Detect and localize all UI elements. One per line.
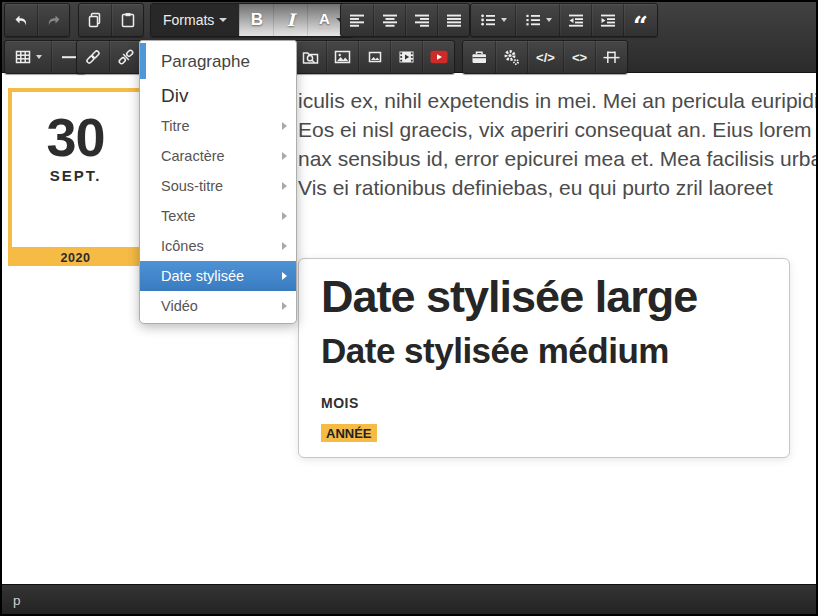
menu-item-label: Vidéo xyxy=(161,298,198,314)
submenu-arrow-icon xyxy=(282,272,287,280)
insert-video-button[interactable] xyxy=(390,41,422,73)
formats-dropdown-button[interactable]: Formats xyxy=(151,4,239,36)
editor-statusbar: p xyxy=(0,584,818,616)
paragraph-line: nax sensibus id, error epicurei mea et. … xyxy=(298,144,818,173)
table-icon xyxy=(14,48,32,66)
menu-item-div[interactable]: Div xyxy=(140,80,296,111)
insert-image-button[interactable] xyxy=(326,41,358,73)
submenu-item-date-medium[interactable]: Date stylisée médium xyxy=(321,331,789,371)
menu-item-label: Icônes xyxy=(161,238,204,254)
inline-style-segment: B I A xyxy=(239,4,353,36)
inline-code-button[interactable]: <> xyxy=(563,41,595,73)
formats-menu: Paragraphe Div Titre Caractère Sous-titr… xyxy=(139,40,297,324)
insert-responsive-image-button[interactable] xyxy=(358,41,390,73)
menu-item-label: Div xyxy=(161,85,188,107)
undo-button[interactable] xyxy=(5,4,37,36)
date-stylisee-submenu: Date stylisée large Date stylisée médium… xyxy=(298,258,790,458)
menu-item-titre[interactable]: Titre xyxy=(140,111,296,141)
source-code-icon: </> xyxy=(536,50,555,65)
insert-link-button[interactable] xyxy=(77,41,109,73)
align-left-button[interactable] xyxy=(341,4,373,36)
remove-link-button[interactable] xyxy=(109,41,141,73)
indent-button[interactable] xyxy=(591,4,623,36)
submenu-item-annee[interactable]: ANNÉE xyxy=(321,424,377,442)
unlink-icon xyxy=(117,48,135,66)
submenu-arrow-icon xyxy=(282,152,287,160)
element-path[interactable]: p xyxy=(13,593,21,608)
menu-item-texte[interactable]: Texte xyxy=(140,201,296,231)
italic-button[interactable]: I xyxy=(273,4,307,36)
body-paragraph[interactable]: iculis ex, nihil expetendis in mei. Mei … xyxy=(298,86,818,202)
submenu-item-date-large[interactable]: Date stylisée large xyxy=(321,273,789,322)
align-justify-button[interactable] xyxy=(437,4,469,36)
bold-icon: B xyxy=(251,10,263,30)
table-button[interactable] xyxy=(5,41,51,73)
image-icon xyxy=(333,48,352,66)
align-center-button[interactable] xyxy=(373,4,405,36)
numbered-list-button[interactable] xyxy=(515,4,559,36)
menu-item-sous-titre[interactable]: Sous-titre xyxy=(140,171,296,201)
bullet-list-icon xyxy=(479,11,497,29)
alignment-group xyxy=(340,3,470,37)
submenu-arrow-icon xyxy=(282,302,287,310)
date-year: 2020 xyxy=(8,251,143,266)
gear-icon xyxy=(502,48,521,67)
menu-item-paragraphe[interactable]: Paragraphe xyxy=(140,44,296,80)
list-group: “ xyxy=(470,3,658,37)
paragraph-line: Vis ei rationibus definiebas, eu qui pur… xyxy=(298,173,818,202)
page-break-icon xyxy=(602,48,621,66)
youtube-icon xyxy=(429,48,449,66)
menu-item-label: Sous-titre xyxy=(161,178,223,194)
align-right-button[interactable] xyxy=(405,4,437,36)
menu-item-label: Caractère xyxy=(161,148,225,164)
chevron-down-icon xyxy=(546,18,552,22)
source-code-button[interactable]: </> xyxy=(527,41,563,73)
toolbox-button[interactable] xyxy=(463,41,495,73)
blockquote-icon: “ xyxy=(633,9,648,31)
menu-item-video[interactable]: Vidéo xyxy=(140,291,296,321)
redo-button[interactable] xyxy=(37,4,69,36)
menu-item-caractere[interactable]: Caractère xyxy=(140,141,296,171)
submenu-item-mois[interactable]: MOIS xyxy=(321,395,789,411)
numbered-list-icon xyxy=(524,11,542,29)
link-group xyxy=(76,40,142,74)
format-group: Formats B I A xyxy=(150,3,354,37)
paste-button[interactable] xyxy=(111,4,143,36)
date-month: SEPT. xyxy=(12,167,139,184)
page-break-button[interactable] xyxy=(595,41,627,73)
folder-search-icon xyxy=(301,48,320,66)
paragraph-line: Eos ei nisl graecis, vix aperiri consequ… xyxy=(298,115,818,144)
date-box: 30 SEPT. xyxy=(8,88,143,251)
insert-youtube-button[interactable] xyxy=(422,41,454,73)
media-group xyxy=(293,40,455,74)
submenu-arrow-icon xyxy=(282,122,287,130)
outdent-button[interactable] xyxy=(559,4,591,36)
link-icon xyxy=(84,48,102,66)
menu-item-date-stylisee[interactable]: Date stylisée xyxy=(140,261,296,291)
formats-label: Formats xyxy=(163,12,214,28)
settings-button[interactable] xyxy=(495,41,527,73)
align-justify-icon xyxy=(445,11,463,29)
align-center-icon xyxy=(381,11,399,29)
copy-button[interactable] xyxy=(79,4,111,36)
menu-item-label: Date stylisée xyxy=(161,268,244,284)
align-right-icon xyxy=(413,11,431,29)
outdent-icon xyxy=(567,11,585,29)
bullet-list-button[interactable] xyxy=(471,4,515,36)
italic-icon: I xyxy=(287,10,295,30)
menu-item-icones[interactable]: Icônes xyxy=(140,231,296,261)
blockquote-button[interactable]: “ xyxy=(623,4,657,36)
submenu-arrow-icon xyxy=(282,182,287,190)
clipboard-group xyxy=(78,3,144,37)
film-icon xyxy=(397,48,416,66)
copy-icon xyxy=(86,11,104,29)
styled-date-widget[interactable]: 30 SEPT. 2020 xyxy=(8,88,143,266)
inline-code-icon: <> xyxy=(572,50,587,65)
menu-item-label: Paragraphe xyxy=(161,52,250,72)
date-day: 30 xyxy=(12,92,139,164)
bold-button[interactable]: B xyxy=(239,4,273,36)
submenu-arrow-icon xyxy=(282,242,287,250)
small-image-icon xyxy=(366,48,384,66)
file-browser-button[interactable] xyxy=(294,41,326,73)
chevron-down-icon xyxy=(36,55,42,59)
